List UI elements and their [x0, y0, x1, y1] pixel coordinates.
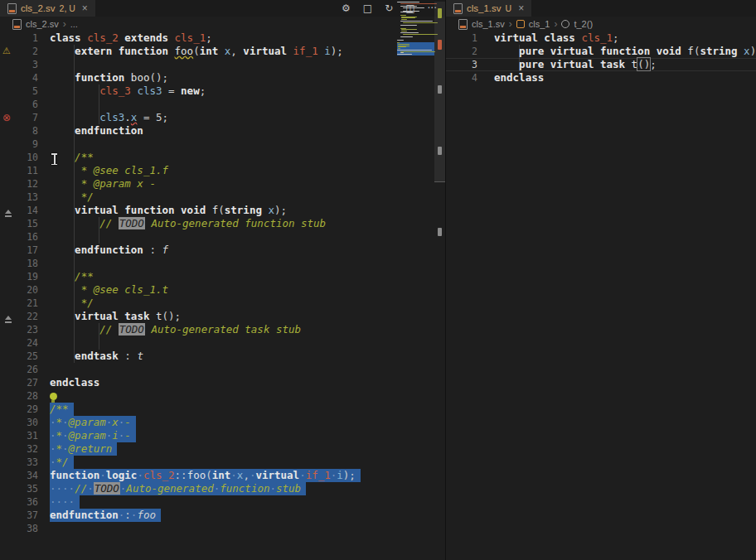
line-number: 1 — [0, 31, 38, 45]
code-line[interactable]: 30·*·@param·x·- — [0, 416, 445, 429]
editor-layout-icon[interactable]: □ — [363, 2, 372, 14]
line-number: 34 — [0, 469, 38, 482]
code-line[interactable]: 12 * @param x - — [0, 177, 445, 191]
code-line[interactable]: 26 — [0, 363, 445, 376]
code-line[interactable]: 15 // TODO Auto-generated function stub — [0, 217, 445, 230]
lightbulb-icon[interactable] — [50, 393, 57, 400]
code-line[interactable]: 11 * @see cls_1.f — [0, 164, 445, 177]
code-editor-right[interactable]: 1virtual class cls_1;2 pure virtual func… — [446, 31, 756, 560]
code-line[interactable]: 34function·logic·cls_2::foo(int·x,·virtu… — [0, 469, 445, 482]
line-number: 31 — [0, 429, 38, 442]
code-editor-left[interactable]: 1class cls_2 extends cls_1;2⚠ extern fun… — [0, 31, 445, 560]
line-number: 15 — [0, 217, 38, 230]
tab-badge: U — [506, 3, 512, 13]
line-number: 23 — [0, 323, 38, 336]
code-line[interactable]: 14 virtual function void f(string x); — [0, 204, 445, 217]
code-line[interactable]: 6 — [0, 98, 445, 111]
vertical-scrollbar[interactable] — [434, 0, 445, 560]
line-number: 30 — [0, 416, 38, 429]
close-icon[interactable]: × — [82, 3, 88, 13]
code-line[interactable]: 37endfunction·:·foo — [0, 509, 445, 522]
code-line[interactable]: 22 virtual task t(); — [0, 310, 445, 323]
line-number: 9 — [0, 138, 38, 151]
breadcrumb: cls_2.sv › ... — [0, 17, 445, 31]
code-line[interactable]: 31·*·@param·i·- — [0, 429, 445, 442]
line-number: 17 — [0, 244, 38, 257]
line-number: 11 — [0, 164, 38, 177]
code-line[interactable]: 4 function boo(); — [0, 71, 445, 84]
file-icon — [7, 3, 17, 14]
code-line[interactable]: 3 pure virtual task t(); — [446, 58, 756, 71]
code-line[interactable]: 2 pure virtual function void f(string x)… — [446, 45, 756, 58]
code-line[interactable]: 1virtual class cls_1; — [446, 31, 756, 45]
code-line[interactable]: 20 * @see cls_1.t — [0, 283, 445, 297]
minimap-line — [400, 21, 434, 22]
code-line[interactable]: 16 — [0, 230, 445, 244]
code-line[interactable]: 3 — [0, 58, 445, 71]
minimap-line — [403, 34, 438, 35]
line-number: 28 — [0, 389, 38, 403]
line-number: 33 — [0, 456, 38, 469]
code-line[interactable]: 23 // TODO Auto-generated task stub — [0, 323, 445, 336]
breadcrumb-file[interactable]: cls_1.sv — [472, 19, 505, 29]
code-line[interactable]: 10 /** — [0, 151, 445, 164]
code-line[interactable]: 32·*·@return — [0, 442, 445, 456]
minimap-line — [400, 25, 417, 26]
line-number: 13 — [0, 191, 38, 204]
code-line[interactable]: 1class cls_2 extends cls_1; — [0, 31, 445, 45]
line-number: 32 — [0, 442, 38, 456]
overview-ruler-mark — [438, 85, 442, 94]
sync-icon[interactable]: ↻ — [385, 2, 393, 14]
code-line[interactable]: 2⚠ extern function foo(int x, virtual if… — [0, 45, 445, 58]
code-line[interactable]: 8 endfunction — [0, 124, 445, 138]
code-line[interactable]: 33·*/ — [0, 456, 445, 469]
minimap-line — [403, 7, 424, 8]
line-number: 36 — [0, 495, 38, 509]
code-line[interactable]: 4endclass — [446, 71, 756, 84]
file-icon — [453, 3, 463, 14]
code-line[interactable]: 21 */ — [0, 297, 445, 310]
line-number: 2 — [446, 45, 477, 58]
line-number: 29 — [0, 403, 38, 416]
code-line[interactable]: 27endclass — [0, 376, 445, 389]
line-number: 26 — [0, 363, 38, 376]
warning-gutter-icon: ⚠ — [2, 45, 14, 58]
line-number: 37 — [0, 509, 38, 522]
breadcrumb-symbol[interactable]: t_2() — [574, 19, 593, 29]
code-line[interactable]: 25 endtask : t — [0, 350, 445, 363]
breadcrumb-file[interactable]: cls_2.sv — [26, 19, 59, 29]
tab-cls_1[interactable]: cls_1.sv U × — [446, 0, 531, 17]
line-number: 38 — [0, 522, 38, 535]
code-line[interactable]: 17 endfunction : f — [0, 244, 445, 257]
code-line[interactable]: 5 cls_3 cls3 = new; — [0, 84, 445, 98]
code-line[interactable]: 35····//·TODO·Auto-generated·function·st… — [0, 482, 445, 495]
settings-gear-icon[interactable]: ⚙ — [342, 2, 351, 14]
breadcrumb-class[interactable]: cls_1 — [529, 19, 550, 29]
line-number: 27 — [0, 376, 38, 389]
tab-cls_2[interactable]: cls_2.sv 2, U × — [0, 0, 95, 17]
code-line[interactable]: 36···· — [0, 495, 445, 509]
breadcrumb-more[interactable]: ... — [70, 19, 78, 29]
code-line[interactable]: 38 — [0, 522, 445, 535]
line-number: 12 — [0, 177, 38, 191]
tab-badge: 2, U — [60, 3, 75, 13]
overview-ruler-mark — [438, 40, 442, 50]
close-icon[interactable]: × — [518, 3, 524, 13]
minimap-line — [397, 50, 432, 51]
code-line[interactable]: 28 — [0, 389, 445, 403]
line-number: 10 — [0, 151, 38, 164]
tabbar-left: cls_2.sv 2, U × ⚙ □ ↻ ◫ ··· — [0, 0, 445, 17]
code-line[interactable]: 24 — [0, 336, 445, 350]
minimap-line — [397, 40, 404, 41]
minimap[interactable] — [397, 2, 434, 61]
code-line[interactable]: 13 */ — [0, 191, 445, 204]
line-number: 35 — [0, 482, 38, 495]
code-line[interactable]: 29/** — [0, 403, 445, 416]
line-number: 3 — [0, 58, 38, 71]
code-line[interactable]: 19 /** — [0, 270, 445, 283]
code-line[interactable]: 18 — [0, 257, 445, 270]
code-line[interactable]: 7⊗ cls3.x = 5; — [0, 111, 445, 124]
override-gutter-icon — [2, 204, 14, 217]
file-icon — [12, 19, 22, 30]
code-line[interactable]: 9 — [0, 138, 445, 151]
